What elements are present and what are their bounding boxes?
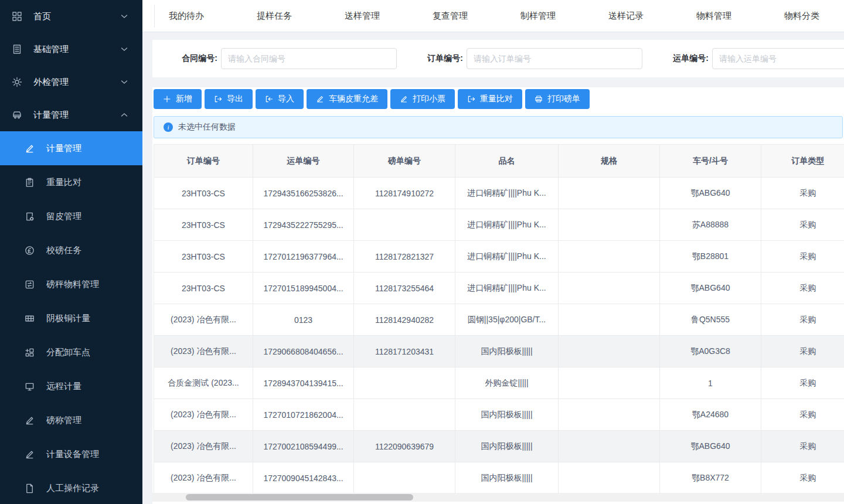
gear-icon [12, 77, 22, 87]
nav-tab-material-mgmt[interactable]: 物料管理 [670, 11, 758, 22]
nav-tab-material-category[interactable]: 物料分类 [758, 11, 844, 22]
sidebar-submenu: 计量管理重量比对留皮管理校磅任务磅秤物料管理阴极铜计量分配卸车点远程计量磅称管理… [0, 131, 142, 504]
sidebar-subitem-metering-mgmt[interactable]: 计量管理 [0, 131, 142, 165]
pound-circle-icon [25, 246, 35, 256]
cell-spec [559, 304, 660, 336]
sidebar-subitem-remote-metering[interactable]: 远程计量 [0, 369, 142, 403]
sidebar-item-external-inspection-mgmt[interactable]: 外检管理 [0, 66, 142, 98]
cell-vehicle-no: 鄂ABG640 [660, 273, 761, 304]
filter-label-contract-no: 合同编号: [173, 53, 217, 64]
print-ticket-button[interactable]: 打印小票 [390, 89, 455, 109]
add-button[interactable]: 新增 [154, 89, 202, 109]
nav-tab-recheck-mgmt[interactable]: 复查管理 [406, 11, 494, 22]
chevron-up-icon [119, 110, 130, 120]
button-label: 导入 [278, 94, 294, 104]
waybill-no-input[interactable] [712, 48, 844, 69]
cell-product-name: 进口铜精矿||||Phu K... [455, 273, 559, 304]
filter-group-contract-no: 合同编号: [173, 48, 397, 69]
table-row[interactable]: (2023) 冶色有限...1729066808404656...1128171… [154, 336, 844, 367]
print-weigh-slip-button[interactable]: 打印磅单 [525, 89, 590, 109]
table-row[interactable]: (2023) 冶色有限...1727002108594499...1122090… [154, 431, 844, 462]
contract-no-input[interactable] [221, 48, 397, 69]
cell-order-no: 23HT03-CS [154, 209, 253, 241]
cell-order-type: 采购 [761, 304, 844, 336]
cell-order-no: (2023) 冶色有限... [154, 304, 253, 336]
sidebar-subitem-label: 计量管理 [46, 143, 81, 154]
table-row[interactable]: 23HT03-CS1727015189945004...112817325546… [154, 273, 844, 304]
export-icon [214, 95, 222, 103]
nav-tab-sample-prep-mgmt[interactable]: 制样管理 [494, 11, 582, 22]
sidebar-subitem-label: 阴极铜计量 [46, 313, 90, 324]
toolbar: 新增导出导入车辆皮重允差打印小票重量比对打印磅单 [154, 89, 844, 109]
table-row[interactable]: (2023) 冶色有限...1727010721862004...国内阳极板||… [154, 399, 844, 431]
nav-tab-sample-send-record[interactable]: 送样记录 [582, 11, 670, 22]
sidebar-subitem-manual-operation-log[interactable]: 人工操作记录 [0, 471, 142, 504]
cell-order-no: 合质金测试 (2023... [154, 367, 253, 399]
sidebar-subitem-label: 远程计量 [46, 381, 81, 392]
cell-vehicle-no: 鄂A0G3C8 [660, 336, 761, 367]
table-row[interactable]: (2023) 冶色有限...01231128142940282圆钢||35|φ2… [154, 304, 844, 336]
cell-weigh-slip-no [354, 399, 455, 431]
sidebar-subitem-scale-calibration-task[interactable]: 校磅任务 [0, 233, 142, 267]
sidebar-subitem-tare-keep-mgmt[interactable]: 留皮管理 [0, 199, 142, 233]
nav-tab-sampling-task[interactable]: 提样任务 [230, 11, 318, 22]
sidebar-subitem-label: 磅秤物料管理 [46, 279, 99, 290]
horizontal-scrollbar-track[interactable] [152, 493, 844, 502]
cell-weigh-slip-no: 1128142940282 [354, 304, 455, 336]
export-button[interactable]: 导出 [205, 89, 253, 109]
table-row[interactable]: 23HT03-CS1727012196377964...112817282132… [154, 241, 844, 273]
horizontal-scrollbar-thumb[interactable] [186, 494, 413, 500]
nav-tab-my-todo[interactable]: 我的待办 [142, 11, 230, 22]
sidebar-subitem-label: 留皮管理 [46, 211, 81, 222]
vehicle-tare-tolerance-button[interactable]: 车辆皮重允差 [307, 89, 387, 109]
sidebar-subitem-metering-device-mgmt[interactable]: 计量设备管理 [0, 437, 142, 471]
cell-spec [559, 209, 660, 241]
cell-product-name: 进口铜精矿||||Phu K... [455, 209, 559, 241]
column-header-vehicle-no: 车号/斗号 [660, 145, 761, 178]
chevron-down-icon [119, 77, 130, 87]
sidebar-subitem-scale-material-mgmt[interactable]: 磅秤物料管理 [0, 267, 142, 301]
sidebar-subitem-unload-point-assign[interactable]: 分配卸车点 [0, 335, 142, 369]
order-no-input[interactable] [467, 48, 642, 69]
cell-weigh-slip-no: 1122090639679 [354, 431, 455, 462]
import-icon [265, 95, 273, 103]
cell-order-type: 采购 [761, 336, 844, 367]
sidebar-item-home[interactable]: 首页 [0, 0, 142, 33]
clipboard-icon [25, 178, 35, 188]
sidebar-item-metering-mgmt-group[interactable]: 计量管理 [0, 98, 142, 131]
pencil-icon [25, 144, 35, 154]
table-row[interactable]: 合质金测试 (2023...1728943704139415...外购金锭|||… [154, 367, 844, 399]
import-button[interactable]: 导入 [256, 89, 304, 109]
button-label: 导出 [227, 94, 243, 104]
weight-compare-button[interactable]: 重量比对 [458, 89, 522, 109]
cell-waybill-no: 1727015189945004... [253, 273, 354, 304]
cell-order-no: (2023) 冶色有限... [154, 462, 253, 494]
sidebar-item-basic-mgmt[interactable]: 基础管理 [0, 33, 142, 66]
nav-divider [154, 5, 155, 28]
table-row[interactable]: 23HT03-CS1729435222755295...进口铜精矿||||Phu… [154, 209, 844, 241]
button-label: 新增 [176, 94, 192, 104]
sidebar-subitem-cathode-copper-metering[interactable]: 阴极铜计量 [0, 301, 142, 335]
button-label: 打印磅单 [547, 94, 580, 104]
cell-vehicle-no: 鄂B8X772 [660, 462, 761, 494]
cell-spec [559, 336, 660, 367]
sidebar-subitem-weight-compare[interactable]: 重量比对 [0, 165, 142, 199]
cell-waybill-no: 1727010721862004... [253, 399, 354, 431]
sidebar-item-label: 基础管理 [33, 44, 69, 55]
sidebar-subitem-label: 校磅任务 [46, 245, 81, 256]
plus-icon [163, 95, 171, 103]
button-label: 重量比对 [480, 94, 513, 104]
cell-spec [559, 178, 660, 209]
main-content: 我的待办提样任务送样管理复查管理制样管理送样记录物料管理物料分类 合同编号:订单… [142, 0, 844, 504]
nav-tab-sample-send-mgmt[interactable]: 送样管理 [318, 11, 406, 22]
page-body: 合同编号:订单编号:运单编号: 新增导出导入车辆皮重允差打印小票重量比对打印磅单… [142, 32, 844, 504]
table-row[interactable]: (2023) 冶色有限...1727009045142843...国内阳极板||… [154, 462, 844, 494]
table-row[interactable]: 23HT03-CS1729435166253826...112817491027… [154, 178, 844, 209]
cell-vehicle-no: 苏A88888 [660, 209, 761, 241]
cell-order-type: 采购 [761, 462, 844, 494]
cell-vehicle-no: 1 [660, 367, 761, 399]
cell-product-name: 进口铜精矿||||Phu K... [455, 178, 559, 209]
alert-banner: i 未选中任何数据 [154, 116, 843, 138]
sidebar-subitem-scale-mgmt[interactable]: 磅称管理 [0, 403, 142, 437]
sidebar: 首页基础管理外检管理计量管理 计量管理重量比对留皮管理校磅任务磅秤物料管理阴极铜… [0, 0, 142, 504]
